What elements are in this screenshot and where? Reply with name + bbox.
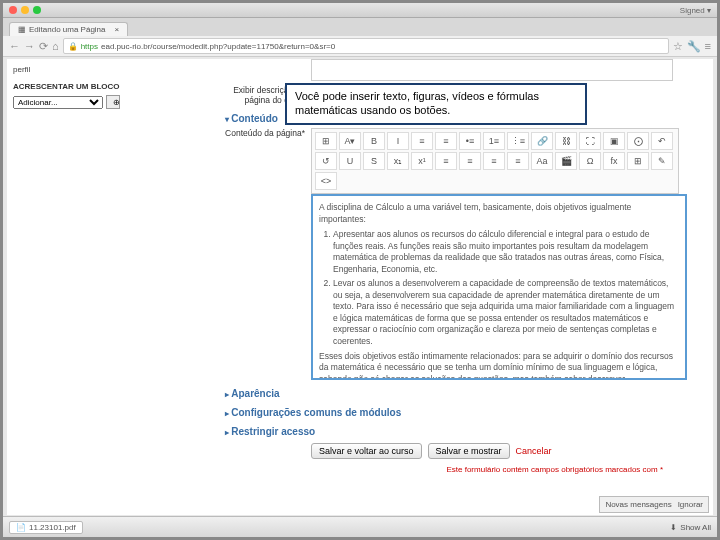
tool-underline[interactable]: U: [339, 152, 361, 170]
browser-window: Signed ▾ ▦Editando uma Página× ← → ⟳ ⌂ 🔒…: [0, 0, 720, 540]
section-restringir[interactable]: Restringir acesso: [225, 426, 703, 437]
tool-ac[interactable]: ≡: [459, 152, 481, 170]
tool-char[interactable]: Ω: [579, 152, 601, 170]
url-scheme: https: [81, 42, 98, 51]
url-text: ead.puc-rio.br/course/modedit.php?update…: [101, 42, 335, 51]
show-all-label: Show All: [680, 523, 711, 532]
description-box[interactable]: [311, 59, 673, 81]
save-return-button[interactable]: Salvar e voltar ao curso: [311, 443, 422, 459]
downloads-bar: 📄11.23101.pdf ⬇Show All: [3, 516, 717, 537]
url-bar: ← → ⟳ ⌂ 🔒 https ead.puc-rio.br/course/mo…: [3, 36, 717, 57]
editor-li2: Levar os alunos a desenvolverem a capaci…: [333, 278, 679, 347]
annotation-callout: Você pode inserir texto, figuras, vídeos…: [285, 83, 587, 125]
download-icon: ⬇: [670, 523, 677, 532]
editor-intro: A disciplina de Cálculo a uma variável t…: [319, 202, 679, 225]
editor-li1: Apresentar aos alunos os recursos do cál…: [333, 229, 679, 275]
page-body: perfil ACRESCENTAR UM BLOCO Adicionar...…: [7, 59, 713, 515]
tab-page[interactable]: ▦Editando uma Página×: [9, 22, 128, 36]
section-config[interactable]: Configurações comuns de módulos: [225, 407, 703, 418]
notification-toast: Novas mensagens Ignorar: [599, 496, 709, 513]
add-block-button[interactable]: ⊕: [106, 95, 120, 109]
account-menu[interactable]: Signed ▾: [680, 6, 711, 15]
tab-favicon: ▦: [18, 25, 26, 34]
download-item[interactable]: 📄11.23101.pdf: [9, 521, 83, 534]
tool-ar[interactable]: ≡: [483, 152, 505, 170]
tool-ul[interactable]: •≡: [459, 132, 481, 150]
tool-al[interactable]: ≡: [435, 152, 457, 170]
label-conteudo-pagina: Conteúdo da página*: [225, 128, 311, 138]
tool-html[interactable]: <>: [315, 172, 337, 190]
pdf-icon: 📄: [16, 523, 26, 532]
tool-4[interactable]: ≡: [411, 132, 433, 150]
cancel-link[interactable]: Cancelar: [516, 446, 552, 456]
notif-ignore[interactable]: Ignorar: [678, 500, 703, 509]
tool-image[interactable]: ▣: [603, 132, 625, 150]
download-filename: 11.23101.pdf: [29, 523, 76, 532]
sidebar-add-block: Adicionar... ⊕: [13, 95, 163, 109]
tool-equation[interactable]: fx: [603, 152, 625, 170]
editor-toolbar: ⊞ A▾ B I ≡ ≡ •≡ 1≡ ⋮≡ 🔗 ⛓ ⛶ ▣ ⨀: [311, 128, 679, 194]
titlebar: Signed ▾: [3, 3, 717, 18]
forward-icon[interactable]: →: [24, 40, 35, 52]
tool-bold[interactable]: B: [363, 132, 385, 150]
show-all-downloads[interactable]: ⬇Show All: [670, 523, 711, 532]
back-icon[interactable]: ←: [9, 40, 20, 52]
save-show-button[interactable]: Salvar e mostrar: [428, 443, 510, 459]
sidebar-block-head: ACRESCENTAR UM BLOCO: [13, 82, 163, 91]
tool-aj[interactable]: ≡: [507, 152, 529, 170]
sidebar: perfil ACRESCENTAR UM BLOCO Adicionar...…: [7, 59, 169, 515]
address-input[interactable]: 🔒 https ead.puc-rio.br/course/modedit.ph…: [63, 38, 669, 54]
tool-table[interactable]: ⊞: [627, 152, 649, 170]
star-icon[interactable]: ☆: [673, 40, 683, 53]
wrench-icon[interactable]: 🔧: [687, 40, 701, 53]
required-note: Este formulário contém campos obrigatóri…: [225, 465, 663, 474]
tool-link[interactable]: 🔗: [531, 132, 553, 150]
tool-sup[interactable]: x¹: [411, 152, 433, 170]
tab-strip: ▦Editando uma Página×: [3, 18, 717, 36]
sidebar-link-perfil[interactable]: perfil: [13, 65, 163, 74]
tool-redo[interactable]: ↺: [315, 152, 337, 170]
tab-title: Editando uma Página: [29, 25, 106, 34]
tool-clear[interactable]: ✎: [651, 152, 673, 170]
tool-ol[interactable]: 1≡: [483, 132, 505, 150]
maximize-icon[interactable]: [33, 6, 41, 14]
section-aparencia[interactable]: Aparência: [225, 388, 703, 399]
home-icon[interactable]: ⌂: [52, 40, 59, 52]
tool-sub[interactable]: x₁: [387, 152, 409, 170]
tool-font[interactable]: Aa: [531, 152, 553, 170]
notif-text: Novas mensagens: [605, 500, 671, 509]
tool-unlink[interactable]: ⛓: [555, 132, 577, 150]
main-form: Exibir descrição na página do curso ? Vo…: [169, 59, 713, 515]
tool-11[interactable]: ⛶: [579, 132, 601, 150]
tool-5[interactable]: ≡: [435, 132, 457, 150]
tool-13[interactable]: ⨀: [627, 132, 649, 150]
form-actions: Salvar e voltar ao curso Salvar e mostra…: [311, 443, 703, 459]
close-icon[interactable]: [9, 6, 17, 14]
tool-0[interactable]: ⊞: [315, 132, 337, 150]
add-block-select[interactable]: Adicionar...: [13, 96, 103, 109]
tool-1[interactable]: A▾: [339, 132, 361, 150]
menu-icon[interactable]: ≡: [705, 40, 711, 52]
tool-media[interactable]: 🎬: [555, 152, 577, 170]
editor-outro: Esses dois objetivos estão intimamente r…: [319, 351, 679, 380]
tool-undo[interactable]: ↶: [651, 132, 673, 150]
tool-italic[interactable]: I: [387, 132, 409, 150]
lock-icon: 🔒: [68, 42, 78, 51]
tab-close-icon[interactable]: ×: [115, 25, 120, 34]
tool-8[interactable]: ⋮≡: [507, 132, 529, 150]
minimize-icon[interactable]: [21, 6, 29, 14]
reload-icon[interactable]: ⟳: [39, 40, 48, 53]
content-editor[interactable]: A disciplina de Cálculo a uma variável t…: [311, 194, 687, 380]
tool-strike[interactable]: S: [363, 152, 385, 170]
